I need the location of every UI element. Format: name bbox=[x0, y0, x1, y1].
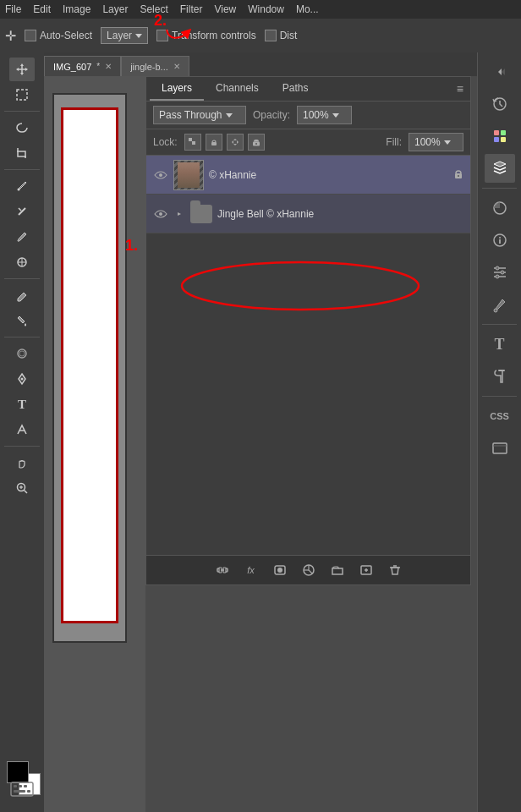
tab-layers[interactable]: Layers bbox=[150, 77, 204, 101]
lock-icons-group bbox=[184, 134, 265, 151]
zoom-tool[interactable] bbox=[9, 476, 35, 500]
panel-tabs-left: Layers Channels Paths bbox=[150, 77, 320, 101]
pen-tool[interactable] bbox=[9, 367, 35, 391]
properties-icon[interactable] bbox=[485, 258, 515, 287]
brush-tool[interactable] bbox=[9, 225, 35, 249]
swatches-icon[interactable] bbox=[485, 122, 515, 151]
transform-controls-checkbox[interactable] bbox=[156, 30, 168, 41]
layer-row-1[interactable]: Jingle Bell © xHannie bbox=[146, 195, 470, 233]
paragraph-icon[interactable] bbox=[485, 362, 515, 391]
svg-point-3 bbox=[18, 189, 20, 191]
delete-layer-button[interactable] bbox=[384, 561, 406, 579]
path-selection-tool[interactable] bbox=[9, 418, 35, 442]
add-group-button[interactable] bbox=[326, 561, 348, 579]
lasso-tool[interactable] bbox=[9, 116, 35, 140]
lock-fill-row: Lock: bbox=[146, 129, 470, 156]
panel-menu-button[interactable]: ≡ bbox=[453, 79, 467, 99]
fill-input[interactable]: 100% bbox=[409, 133, 463, 151]
tab-channels[interactable]: Channels bbox=[204, 77, 271, 101]
transform-controls-toggle[interactable]: Transform controls bbox=[156, 30, 256, 41]
lock-artboard-button[interactable] bbox=[248, 134, 265, 151]
type-tool-panel-icon[interactable]: T bbox=[485, 330, 515, 359]
info-icon[interactable] bbox=[485, 226, 515, 255]
adjustments-icon[interactable] bbox=[485, 194, 515, 222]
menu-edit[interactable]: Edit bbox=[33, 3, 51, 15]
right-divider-1 bbox=[482, 188, 517, 189]
layer-name-0: © xHannie bbox=[209, 169, 448, 181]
dist-toggle[interactable]: Dist bbox=[265, 30, 298, 41]
doc-tab-close-0[interactable]: ✕ bbox=[105, 62, 112, 71]
svg-point-56 bbox=[494, 309, 497, 312]
blend-mode-dropdown[interactable]: Pass Through bbox=[153, 106, 246, 124]
dist-checkbox[interactable] bbox=[265, 30, 277, 41]
crop-tool[interactable] bbox=[9, 141, 35, 165]
menu-image[interactable]: Image bbox=[63, 3, 90, 15]
thumb-portrait bbox=[178, 162, 200, 188]
foreground-color-swatch[interactable] bbox=[7, 761, 29, 783]
lock-transparent-pixels-button[interactable] bbox=[184, 134, 201, 151]
right-divider-3 bbox=[482, 396, 517, 397]
layer-expand-1[interactable] bbox=[173, 208, 185, 220]
auto-select-checkbox[interactable] bbox=[25, 30, 36, 41]
type-tool[interactable]: T bbox=[9, 392, 35, 416]
auto-select-toggle[interactable]: Auto-Select bbox=[25, 30, 92, 41]
menu-filter[interactable]: Filter bbox=[180, 3, 203, 15]
fill-label: Fill: bbox=[386, 136, 402, 148]
menu-window[interactable]: Window bbox=[248, 3, 284, 15]
svg-rect-2 bbox=[17, 90, 27, 100]
menu-view[interactable]: View bbox=[214, 3, 236, 15]
link-layers-button[interactable] bbox=[211, 561, 233, 579]
tool-divider-5 bbox=[4, 446, 40, 447]
add-adjustment-button[interactable] bbox=[298, 561, 320, 579]
hand-tool[interactable] bbox=[9, 451, 35, 475]
menu-layer[interactable]: Layer bbox=[102, 3, 128, 15]
history-icon[interactable] bbox=[485, 90, 515, 118]
layer-dropdown[interactable]: Layer bbox=[101, 27, 148, 44]
doc-tab-close-1[interactable]: ✕ bbox=[173, 62, 180, 71]
add-new-layer-button[interactable] bbox=[355, 561, 377, 579]
layers-actions-bar: fx bbox=[146, 555, 470, 584]
css-panel-icon[interactable]: CSS bbox=[485, 402, 515, 431]
canvas-area[interactable] bbox=[44, 76, 145, 812]
svg-rect-57 bbox=[493, 443, 507, 453]
panel-collapse-button[interactable] bbox=[485, 58, 515, 86]
opacity-value-text: 100% bbox=[303, 109, 329, 121]
lock-image-pixels-button[interactable] bbox=[206, 134, 222, 151]
menu-select[interactable]: Select bbox=[140, 3, 167, 15]
doc-tab-1[interactable]: jingle-b... ✕ bbox=[121, 56, 189, 76]
svg-rect-24 bbox=[192, 138, 195, 141]
layers-icon[interactable] bbox=[485, 154, 515, 183]
layer-row-0[interactable]: © xHannie bbox=[146, 156, 470, 195]
brush-settings-icon[interactable] bbox=[485, 290, 515, 319]
layer-thumbnail-0 bbox=[173, 160, 204, 190]
canvas-content bbox=[52, 93, 129, 685]
doc-tab-0[interactable]: IMG_607 * ✕ bbox=[44, 56, 121, 76]
opacity-input[interactable]: 100% bbox=[297, 106, 352, 124]
svg-rect-18 bbox=[24, 785, 27, 787]
svg-rect-20 bbox=[27, 790, 30, 793]
keyboard-shortcuts[interactable] bbox=[10, 782, 34, 799]
tab-paths[interactable]: Paths bbox=[271, 77, 321, 101]
paint-bucket-tool[interactable] bbox=[9, 309, 35, 332]
move-tool[interactable] bbox=[9, 58, 35, 81]
layer-visibility-1[interactable] bbox=[153, 206, 168, 222]
eyedropper-tool[interactable] bbox=[9, 174, 35, 198]
blur-tool[interactable] bbox=[9, 342, 35, 365]
selection-tool[interactable] bbox=[9, 83, 35, 107]
add-fx-button[interactable]: fx bbox=[240, 561, 262, 579]
svg-point-8 bbox=[19, 351, 25, 356]
fill-arrow bbox=[444, 140, 451, 145]
add-mask-button[interactable] bbox=[269, 561, 291, 579]
healing-tool[interactable] bbox=[9, 200, 35, 223]
lock-position-button[interactable] bbox=[227, 134, 244, 151]
menu-more[interactable]: Mo... bbox=[296, 3, 319, 15]
canvas-icon[interactable] bbox=[485, 434, 515, 463]
clone-tool[interactable] bbox=[9, 250, 35, 274]
menu-file[interactable]: File bbox=[5, 3, 21, 15]
layer-visibility-0[interactable] bbox=[153, 167, 168, 183]
blend-mode-arrow bbox=[226, 113, 233, 118]
eraser-tool[interactable] bbox=[9, 283, 35, 307]
svg-rect-23 bbox=[189, 141, 192, 145]
move-tool-icon[interactable]: ✛ bbox=[5, 28, 16, 44]
svg-rect-19 bbox=[14, 790, 25, 793]
